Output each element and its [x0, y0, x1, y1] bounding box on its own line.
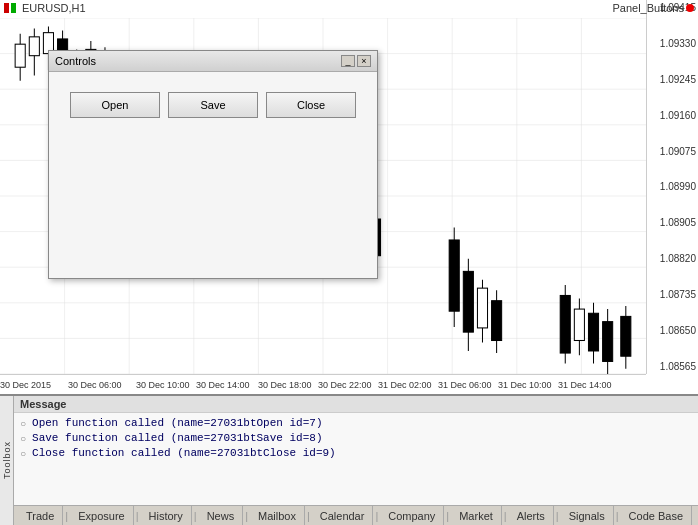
- time-label-7: 31 Dec 02:00: [378, 380, 432, 390]
- price-label-2: 1.09330: [649, 38, 696, 49]
- toolbox-label: Toolbox: [2, 441, 12, 479]
- tab-history[interactable]: History: [141, 506, 192, 525]
- message-bullet-2: ○: [20, 433, 26, 444]
- dialog-close-button[interactable]: ×: [357, 55, 371, 67]
- panel-dot-icon: [686, 4, 694, 12]
- bottom-tabs: Trade | Exposure | History | News | Mail…: [14, 505, 698, 525]
- tab-mailbox[interactable]: Mailbox: [250, 506, 305, 525]
- price-label-9: 1.08735: [649, 289, 696, 300]
- close-dialog-button[interactable]: Close: [266, 92, 356, 118]
- message-list: ○ Open function called (name=27031btOpen…: [14, 413, 698, 505]
- time-label-8: 31 Dec 06:00: [438, 380, 492, 390]
- tab-trade[interactable]: Trade: [18, 506, 63, 525]
- tab-sep-1: |: [63, 510, 70, 522]
- price-axis: 1.09415 1.09330 1.09245 1.09160 1.09075 …: [646, 0, 698, 374]
- tab-company[interactable]: Company: [380, 506, 444, 525]
- dialog-titlebar: Controls _ ×: [49, 51, 377, 72]
- price-label-11: 1.08565: [649, 361, 696, 372]
- price-label-3: 1.09245: [649, 74, 696, 85]
- tab-sep-7: |: [444, 510, 451, 522]
- controls-dialog: Controls _ × Open Save Close: [48, 50, 378, 279]
- dialog-empty-area: [65, 118, 361, 258]
- svg-rect-75: [603, 322, 613, 362]
- price-label-6: 1.08990: [649, 181, 696, 192]
- chart-title-icon: [4, 3, 18, 13]
- tab-sep-8: |: [502, 510, 509, 522]
- tab-sep-5: |: [305, 510, 312, 522]
- chart-header: EURUSD,H1 Panel_Buttons: [0, 0, 698, 16]
- tab-calendar[interactable]: Calendar: [312, 506, 374, 525]
- time-label-4: 30 Dec 14:00: [196, 380, 250, 390]
- panel-label: Panel_Buttons: [612, 2, 694, 14]
- svg-rect-63: [463, 271, 473, 332]
- svg-rect-67: [492, 301, 502, 341]
- icon-green: [11, 3, 16, 13]
- time-label-5: 30 Dec 18:00: [258, 380, 312, 390]
- toolbox-side: Toolbox: [0, 396, 14, 525]
- svg-rect-71: [574, 309, 584, 340]
- price-label-8: 1.08820: [649, 253, 696, 264]
- svg-rect-69: [560, 295, 570, 353]
- time-label-6: 30 Dec 22:00: [318, 380, 372, 390]
- icon-red: [4, 3, 9, 13]
- dialog-title-text: Controls: [55, 55, 96, 67]
- message-bullet-1: ○: [20, 418, 26, 429]
- tab-sep-9: |: [554, 510, 561, 522]
- time-label-2: 30 Dec 06:00: [68, 380, 122, 390]
- tab-news[interactable]: News: [199, 506, 244, 525]
- message-panel: Message ○ Open function called (name=270…: [14, 396, 698, 525]
- dialog-controls: _ ×: [341, 55, 371, 67]
- chart-area: EURUSD,H1 Panel_Buttons: [0, 0, 698, 395]
- time-label-3: 30 Dec 10:00: [136, 380, 190, 390]
- price-label-4: 1.09160: [649, 110, 696, 121]
- tab-alerts[interactable]: Alerts: [509, 506, 554, 525]
- message-item-3: ○ Close function called (name=27031btClo…: [20, 447, 692, 459]
- svg-rect-61: [449, 240, 459, 311]
- svg-rect-21: [15, 44, 25, 67]
- dialog-minimize-button[interactable]: _: [341, 55, 355, 67]
- message-text-3: Close function called (name=27031btClose…: [32, 447, 336, 459]
- panel-label-text: Panel_Buttons: [612, 2, 684, 14]
- chart-title: EURUSD,H1: [4, 2, 86, 14]
- dialog-content: Open Save Close: [49, 72, 377, 278]
- tab-sep-4: |: [243, 510, 250, 522]
- message-text-2: Save function called (name=27031btSave i…: [32, 432, 322, 444]
- tab-sep-10: |: [614, 510, 621, 522]
- tab-codebase[interactable]: Code Base: [621, 506, 692, 525]
- chart-title-text: EURUSD,H1: [22, 2, 86, 14]
- time-label-10: 31 Dec 14:00: [558, 380, 612, 390]
- open-button[interactable]: Open: [70, 92, 160, 118]
- time-label-1: 30 Dec 2015: [0, 380, 51, 390]
- price-label-5: 1.09075: [649, 146, 696, 157]
- save-button[interactable]: Save: [168, 92, 258, 118]
- dialog-buttons: Open Save Close: [65, 92, 361, 118]
- message-item-1: ○ Open function called (name=27031btOpen…: [20, 417, 692, 429]
- tab-sep-3: |: [192, 510, 199, 522]
- message-text-1: Open function called (name=27031btOpen i…: [32, 417, 322, 429]
- message-header: Message: [14, 396, 698, 413]
- svg-rect-73: [588, 313, 598, 351]
- time-axis: 30 Dec 2015 30 Dec 06:00 30 Dec 10:00 30…: [0, 374, 646, 394]
- tab-signals[interactable]: Signals: [561, 506, 614, 525]
- time-label-9: 31 Dec 10:00: [498, 380, 552, 390]
- tab-sep-2: |: [134, 510, 141, 522]
- message-item-2: ○ Save function called (name=27031btSave…: [20, 432, 692, 444]
- main-container: EURUSD,H1 Panel_Buttons: [0, 0, 698, 525]
- tab-sep-6: |: [373, 510, 380, 522]
- svg-rect-65: [477, 288, 487, 328]
- price-label-7: 1.08905: [649, 217, 696, 228]
- svg-rect-23: [29, 37, 39, 56]
- message-bullet-3: ○: [20, 448, 26, 459]
- svg-rect-77: [621, 316, 631, 356]
- tab-market[interactable]: Market: [451, 506, 502, 525]
- bottom-panel: Toolbox Message ○ Open function called (…: [0, 395, 698, 525]
- price-label-10: 1.08650: [649, 325, 696, 336]
- tab-exposure[interactable]: Exposure: [70, 506, 133, 525]
